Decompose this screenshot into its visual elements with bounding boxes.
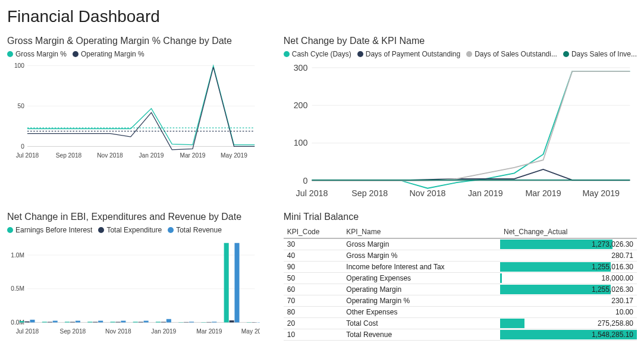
table-row[interactable]: 50Operating Expenses18,000.00 <box>284 272 637 284</box>
svg-text:May 2019: May 2019 <box>241 328 260 335</box>
cell-kpi-name: Other Expenses <box>343 306 500 317</box>
table-row[interactable]: 40Gross Margin %280.71 <box>284 250 637 261</box>
legend-label: Days Sales of Inve... <box>571 50 637 58</box>
table-row[interactable]: 70Operating Margin %230.17 <box>284 295 637 306</box>
svg-text:200: 200 <box>293 100 307 110</box>
cell-kpi-name: Income before Interest and Tax <box>343 261 500 272</box>
cell-kpi-name: Total Cost <box>343 317 500 329</box>
svg-text:Jan 2019: Jan 2019 <box>151 328 176 335</box>
legend-marker-icon <box>73 51 78 57</box>
svg-text:Nov 2018: Nov 2018 <box>97 152 123 159</box>
legend-item[interactable]: Gross Margin % <box>7 50 67 58</box>
ebi-exp-rev-panel: Net Change in EBI, Expenditures and Reve… <box>7 212 260 341</box>
cell-net-change: 10.00 <box>500 306 637 317</box>
legend-item[interactable]: Operating Margin % <box>73 50 144 58</box>
svg-rect-50 <box>224 243 229 322</box>
legend: Gross Margin %Operating Margin % <box>7 50 260 58</box>
legend-label: Earnings Before Interest <box>15 226 92 234</box>
legend-label: Cash Cycle (Days) <box>292 50 351 58</box>
cell-net-change: 18,000.00 <box>500 272 637 284</box>
svg-rect-52 <box>25 321 30 322</box>
svg-text:1.0M: 1.0M <box>11 251 24 258</box>
col-net-change[interactable]: Net_Change_Actual <box>500 226 637 238</box>
cell-net-change: 1,255,026.30 <box>500 284 637 295</box>
svg-text:Jul 2018: Jul 2018 <box>16 152 39 159</box>
cell-kpi-name: Total Revenue <box>343 329 500 340</box>
cell-kpi-code: 30 <box>284 238 343 250</box>
svg-rect-45 <box>111 322 115 322</box>
svg-text:Mar 2019: Mar 2019 <box>525 188 561 198</box>
ebi-exp-rev-chart[interactable]: 0.0M0.5M1.0MJul 2018Sep 2018Nov 2018Jan … <box>7 237 260 338</box>
legend-marker-icon <box>7 227 13 233</box>
col-kpi-code[interactable]: KPI_Code <box>284 226 343 238</box>
gross-margin-chart[interactable]: 050100Jul 2018Sep 2018Nov 2018Jan 2019Ma… <box>7 61 260 162</box>
svg-rect-41 <box>20 321 24 322</box>
svg-text:0: 0 <box>303 176 307 185</box>
svg-text:Mar 2019: Mar 2019 <box>180 152 205 159</box>
cell-kpi-name: Gross Margin <box>343 238 500 250</box>
legend-item[interactable]: Days Sales of Inve... <box>563 50 637 58</box>
svg-rect-59 <box>184 322 189 323</box>
svg-rect-55 <box>93 322 98 322</box>
legend-label: Days of Payment Outstanding <box>366 50 460 58</box>
trial-balance-panel: Mini Trial Balance KPI_Code KPI_Name Net… <box>284 212 637 341</box>
svg-rect-71 <box>212 322 216 322</box>
cell-net-change: 275,258.80 <box>500 317 637 329</box>
table-row[interactable]: 60Operating Margin1,255,026.30 <box>284 284 637 295</box>
svg-rect-61 <box>230 320 234 322</box>
cell-net-change: 230.17 <box>500 295 637 306</box>
svg-rect-53 <box>48 322 52 322</box>
cell-net-change: 1,255,016.30 <box>500 261 637 272</box>
cell-kpi-code: 40 <box>284 250 343 261</box>
chart-title: Gross Margin & Operating Margin % Change… <box>7 36 260 46</box>
cell-kpi-name: Operating Margin <box>343 284 500 295</box>
table-row[interactable]: 30Gross Margin1,273,026.30 <box>284 238 637 250</box>
table-row[interactable]: 20Total Cost275,258.80 <box>284 317 637 329</box>
svg-text:50: 50 <box>18 103 25 109</box>
cell-net-change: 280.71 <box>500 250 637 261</box>
legend-item[interactable]: Days of Payment Outstanding <box>357 50 460 58</box>
table-row[interactable]: 10Total Revenue1,548,285.10 <box>284 329 637 340</box>
legend-marker-icon <box>168 227 174 233</box>
svg-rect-54 <box>70 322 75 322</box>
svg-text:May 2019: May 2019 <box>221 152 247 159</box>
svg-text:0: 0 <box>21 143 24 150</box>
dashboard-grid: Gross Margin & Operating Margin % Change… <box>7 36 637 341</box>
legend-item[interactable]: Cash Cycle (Days) <box>284 50 351 58</box>
legend-item[interactable]: Total Revenue <box>168 226 222 234</box>
net-change-kpi-panel: Net Change by Date & KPI Name Cash Cycle… <box>284 36 637 202</box>
legend-item[interactable]: Total Expenditure <box>98 226 162 234</box>
svg-rect-44 <box>87 322 92 322</box>
chart-title: Net Change by Date & KPI Name <box>284 36 637 46</box>
cell-kpi-code: 50 <box>284 272 343 284</box>
cell-net-change: 1,273,026.30 <box>500 238 637 250</box>
svg-rect-67 <box>121 320 125 322</box>
legend-label: Operating Margin % <box>81 50 144 58</box>
svg-text:Sep 2018: Sep 2018 <box>60 328 86 335</box>
col-kpi-name[interactable]: KPI_Name <box>343 226 500 238</box>
net-change-kpi-chart[interactable]: 0100200300Jul 2018Sep 2018Nov 2018Jan 20… <box>284 61 637 202</box>
legend-item[interactable]: Days of Sales Outstandi... <box>466 50 557 58</box>
svg-rect-66 <box>98 320 103 322</box>
legend-item[interactable]: Earnings Before Interest <box>7 226 92 234</box>
svg-rect-63 <box>30 320 34 323</box>
page-title: Financial Dashboard <box>7 7 637 26</box>
table-row[interactable]: 90Income before Interest and Tax1,255,01… <box>284 261 637 272</box>
svg-text:Mar 2019: Mar 2019 <box>196 328 222 335</box>
cell-kpi-code: 60 <box>284 284 343 295</box>
svg-rect-56 <box>115 322 120 322</box>
table-row[interactable]: 80Other Expenses10.00 <box>284 306 637 317</box>
cell-kpi-code: 90 <box>284 261 343 272</box>
svg-text:Jul 2018: Jul 2018 <box>16 328 39 335</box>
svg-rect-42 <box>42 322 47 322</box>
svg-text:100: 100 <box>293 138 307 147</box>
legend: Earnings Before InterestTotal Expenditur… <box>7 226 260 234</box>
legend-marker-icon <box>284 51 290 57</box>
svg-rect-58 <box>161 322 166 322</box>
svg-text:100: 100 <box>14 62 24 69</box>
cell-net-change: 1,548,285.10 <box>500 329 637 340</box>
svg-text:Nov 2018: Nov 2018 <box>105 328 131 335</box>
svg-rect-72 <box>234 243 239 322</box>
svg-text:Jan 2019: Jan 2019 <box>468 188 503 198</box>
trial-balance-table[interactable]: KPI_Code KPI_Name Net_Change_Actual 30Gr… <box>284 226 637 341</box>
